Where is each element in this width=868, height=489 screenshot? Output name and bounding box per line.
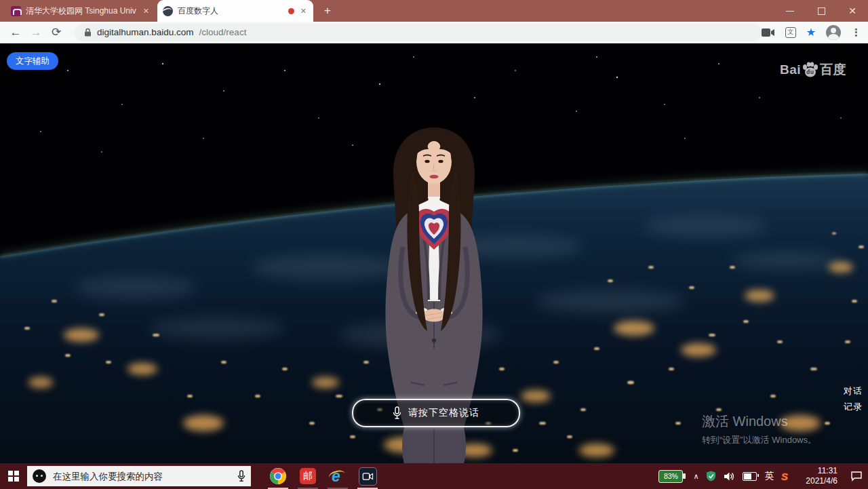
battery-tray-icon[interactable]: [743, 472, 757, 481]
taskbar-clock[interactable]: 11:31 2021/4/6: [795, 466, 837, 486]
ie-icon: e: [329, 467, 347, 485]
sogou-input-icon[interactable]: S: [781, 471, 788, 482]
defender-shield-icon[interactable]: [706, 471, 716, 482]
action-center-icon[interactable]: [850, 471, 863, 482]
start-button[interactable]: [0, 463, 27, 489]
record-label: 记录: [844, 399, 863, 414]
watermark-line1: 激活 Windows: [702, 412, 816, 431]
microphone-icon: [393, 406, 401, 420]
maximize-icon: [818, 7, 825, 15]
battery-percent-indicator[interactable]: 83%: [658, 470, 683, 483]
back-icon[interactable]: ←: [5, 26, 26, 39]
watermark-line2: 转到“设置”以激活 Windows。: [702, 434, 816, 446]
baidu-logo-bai: Bai: [780, 62, 801, 77]
url-path: /cloud/react: [199, 27, 247, 37]
browser-titlebar: 清华大学校园网 Tsinghua Univ ✕ 百度数字人 ✕ + — ✕: [0, 0, 868, 22]
maximize-button[interactable]: [806, 0, 837, 22]
taskbar-search[interactable]: [27, 466, 251, 486]
taskbar-internet-explorer[interactable]: e: [323, 463, 353, 489]
forward-icon[interactable]: →: [26, 26, 46, 39]
tab-close-icon[interactable]: ✕: [142, 7, 151, 16]
camera-in-use-icon[interactable]: [762, 28, 775, 37]
toolbar-actions: 文 ★ ⋮: [762, 25, 861, 40]
mail-app-icon: 邮: [300, 468, 316, 484]
tab-baidu-digital-human[interactable]: 百度数字人 ✕: [157, 0, 313, 22]
bookmark-star-icon[interactable]: ★: [806, 26, 816, 39]
volume-icon[interactable]: [724, 471, 735, 482]
translate-icon[interactable]: 文: [785, 27, 796, 38]
globe-favicon: [163, 6, 173, 16]
tsinghua-favicon: [11, 6, 21, 16]
windows-logo-icon: [8, 471, 19, 482]
baidu-logo-du: du: [806, 69, 814, 75]
speech-prompt-label: 请按下空格说话: [408, 407, 479, 419]
tab-close-icon[interactable]: ✕: [299, 7, 308, 16]
tab-tsinghua[interactable]: 清华大学校园网 Tsinghua Univ ✕: [5, 0, 156, 22]
windows-taskbar: 邮 e 83% ∧ 英 S 11:31 2021/4/6: [0, 463, 868, 489]
taskbar-camera-app[interactable]: [353, 463, 382, 489]
baidu-logo: Bai du 百度: [780, 61, 846, 79]
activate-windows-watermark: 激活 Windows 转到“设置”以激活 Windows。: [702, 412, 816, 446]
clock-time: 11:31: [795, 466, 837, 476]
menu-kebab-icon[interactable]: ⋮: [851, 26, 861, 39]
recording-indicator-icon: [288, 8, 294, 14]
dialog-record-tab[interactable]: 对话 记录: [844, 383, 863, 414]
browser-toolbar: ← → ⟳ digitalhuman.baidu.com/cloud/react…: [0, 22, 868, 43]
window-controls: — ✕: [774, 0, 868, 22]
minimize-button[interactable]: —: [774, 0, 806, 22]
clock-date: 2021/4/6: [795, 476, 837, 486]
tab-title: 百度数字人: [178, 5, 283, 17]
baidu-logo-cn: 百度: [820, 61, 846, 79]
tray-chevron-up-icon[interactable]: ∧: [693, 472, 698, 481]
taskbar-mail[interactable]: 邮: [293, 463, 323, 489]
profile-avatar-icon[interactable]: [826, 25, 841, 40]
input-language-indicator[interactable]: 英: [764, 470, 774, 482]
camera-app-icon: [359, 467, 377, 486]
search-input[interactable]: [52, 471, 232, 482]
press-space-to-talk-button[interactable]: 请按下空格说话: [352, 399, 520, 427]
reload-icon[interactable]: ⟳: [46, 25, 66, 39]
lock-icon: [84, 28, 92, 37]
cortana-icon: [33, 469, 46, 483]
address-bar[interactable]: digitalhuman.baidu.com/cloud/react: [75, 24, 762, 41]
close-button[interactable]: ✕: [837, 0, 868, 22]
dialog-label: 对话: [844, 383, 863, 399]
digital-human-viewport: 文字辅助 Bai du 百度 请按下空格说话 对话 记录 激活 Windows …: [0, 43, 868, 463]
tab-title: 清华大学校园网 Tsinghua Univ: [26, 5, 137, 17]
url-domain: digitalhuman.baidu.com: [97, 27, 194, 37]
system-tray: 83% ∧ 英 S 11:31 2021/4/6: [658, 466, 868, 486]
taskbar-chrome[interactable]: [263, 463, 293, 489]
new-tab-button[interactable]: +: [319, 3, 336, 19]
baidu-paw-icon: du: [802, 62, 819, 78]
chrome-icon: [269, 467, 287, 485]
search-mic-icon[interactable]: [237, 470, 245, 482]
text-assist-button[interactable]: 文字辅助: [7, 52, 58, 70]
